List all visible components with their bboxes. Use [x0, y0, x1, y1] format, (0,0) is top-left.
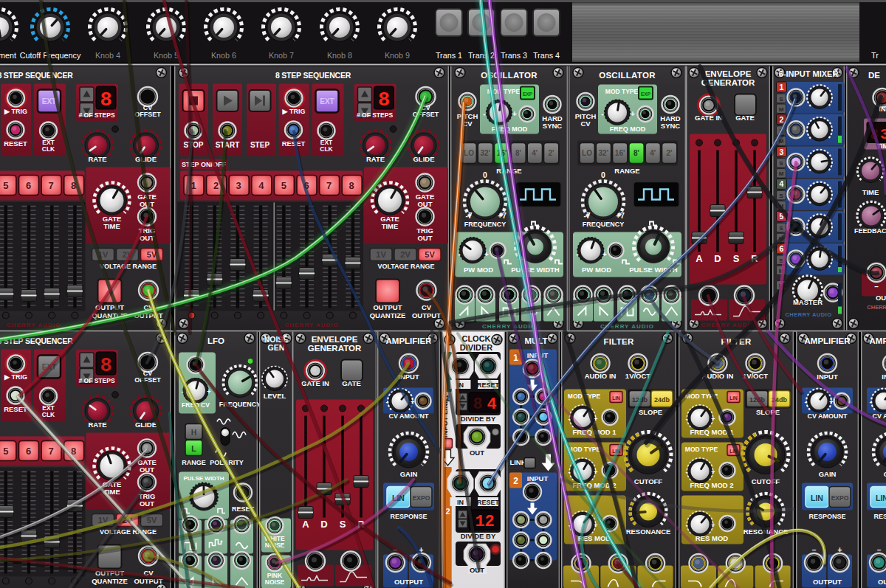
svg-text:GAIN: GAIN [400, 470, 418, 478]
svg-text:MOD TYPE: MOD TYPE [685, 446, 718, 453]
svg-text:OUT: OUT [470, 449, 484, 457]
svg-text:6: 6 [26, 180, 31, 191]
svg-text:GATE IN: GATE IN [301, 379, 329, 387]
svg-text:S: S [779, 96, 783, 103]
svg-text:FILTER: FILTER [603, 337, 634, 346]
svg-text:OFFSET: OFFSET [134, 111, 161, 118]
svg-text:8': 8' [515, 149, 521, 157]
svg-text:INPUT: INPUT [527, 474, 549, 482]
svg-text:2: 2 [780, 115, 784, 124]
svg-text:-: - [458, 250, 460, 258]
svg-text:LIN: LIN [612, 395, 620, 401]
svg-text:2: 2 [213, 180, 219, 191]
svg-text:AMPLIFIER: AMPLIFIER [386, 336, 433, 345]
svg-text:AMPLIFIER: AMPLIFIER [805, 336, 851, 345]
svg-text:FEEDBACK: FEEDBACK [854, 227, 886, 235]
svg-text:ENVELOPE: ENVELOPE [312, 335, 358, 344]
svg-text:–: – [874, 283, 879, 291]
svg-text:RESPONSE: RESPONSE [808, 513, 845, 520]
svg-text:A: A [696, 253, 703, 264]
svg-text:M: M [779, 106, 784, 113]
svg-text:FREQUENCY: FREQUENCY [464, 221, 506, 228]
svg-text:OUT: OUT [140, 499, 154, 508]
svg-text:CHERRY AUDIO: CHERRY AUDIO [284, 322, 338, 328]
svg-text:RES MOD: RES MOD [696, 534, 728, 542]
svg-text:CLK: CLK [42, 145, 55, 153]
svg-text:-: - [386, 398, 388, 406]
svg-text:TIME: TIME [103, 222, 120, 230]
svg-text:EXP: EXP [523, 91, 533, 97]
svg-text:S: S [779, 160, 783, 167]
svg-text:S: S [340, 519, 346, 530]
svg-text:S: S [733, 253, 740, 264]
svg-text:-: - [686, 522, 688, 529]
svg-text:OUT: OUT [876, 294, 886, 302]
svg-text:EXT: EXT [42, 404, 55, 412]
svg-text:RESPONSE: RESPONSE [390, 513, 427, 520]
svg-text:8: 8 [473, 395, 482, 414]
svg-text:Trans 3: Trans 3 [501, 51, 527, 60]
svg-text:RATE: RATE [366, 155, 385, 163]
svg-text:D: D [714, 253, 721, 264]
svg-text:-: - [686, 415, 688, 423]
svg-text:24db: 24db [654, 396, 670, 404]
svg-text:RESPONSE: RESPONSE [873, 513, 886, 520]
svg-text:PW MOD: PW MOD [464, 266, 493, 274]
svg-text:TIME: TIME [862, 188, 879, 196]
svg-text:GATE: GATE [342, 379, 361, 387]
svg-text:CUTOFF: CUTOFF [752, 477, 780, 485]
svg-text:8': 8' [633, 149, 639, 157]
svg-text:7: 7 [326, 180, 332, 191]
svg-text:-: - [601, 110, 603, 118]
svg-text:-: - [686, 468, 688, 476]
svg-text:D: D [320, 519, 327, 530]
svg-text:CHERRY AUDIO: CHERRY AUDIO [785, 311, 831, 318]
svg-text:CUTOFF: CUTOFF [634, 477, 663, 485]
svg-text:▶ TRIG: ▶ TRIG [282, 108, 306, 115]
svg-text:CLOCK: CLOCK [461, 334, 490, 343]
svg-text:LO: LO [464, 149, 474, 157]
svg-text:5V: 5V [425, 250, 435, 259]
svg-text:-7: -7 [466, 212, 473, 220]
svg-text:0: 0 [483, 170, 487, 179]
svg-text:8: 8 [100, 355, 111, 377]
svg-text:M: M [779, 170, 784, 177]
svg-text:Knob 9: Knob 9 [385, 51, 410, 60]
svg-text:5: 5 [281, 180, 286, 191]
svg-text:2': 2' [549, 149, 554, 157]
svg-text:DIVIDE BY: DIVIDE BY [461, 415, 496, 423]
svg-text:5: 5 [3, 180, 8, 191]
svg-text:4': 4' [650, 149, 656, 157]
svg-text:CLK: CLK [320, 145, 333, 153]
svg-text:CV: CV [580, 120, 591, 128]
svg-text:4': 4' [532, 149, 538, 157]
svg-text:CV: CV [422, 303, 432, 311]
svg-text:LEVEL: LEVEL [264, 392, 286, 400]
svg-text:A: A [302, 519, 309, 530]
svg-text:+7: +7 [498, 212, 506, 220]
svg-text:2: 2 [513, 476, 518, 486]
svg-text:RATE: RATE [88, 155, 106, 163]
svg-text:Knob 7: Knob 7 [269, 51, 294, 60]
svg-text:PW MOD: PW MOD [582, 266, 611, 274]
svg-text:+: + [594, 468, 597, 476]
svg-text:+: + [602, 250, 607, 258]
svg-text:6: 6 [26, 446, 31, 457]
svg-text:EXT: EXT [42, 97, 56, 106]
svg-text:RANGE: RANGE [182, 459, 206, 466]
svg-text:PULSE WIDTH: PULSE WIDTH [183, 475, 224, 482]
svg-text:EXT: EXT [320, 139, 333, 146]
svg-text:SYNC: SYNC [543, 122, 563, 130]
svg-text:GATE: GATE [416, 193, 435, 201]
svg-text:+: + [484, 250, 489, 258]
svg-text:GLIDE: GLIDE [413, 155, 434, 163]
svg-text:FREQ MOD 2: FREQ MOD 2 [690, 481, 733, 489]
svg-text:6-INPUT MIXER: 6-INPUT MIXER [779, 69, 839, 78]
svg-text:8 STEP SEQUENCER: 8 STEP SEQUENCER [0, 71, 73, 80]
svg-text:LFO: LFO [207, 336, 224, 345]
svg-text:OFFSET: OFFSET [134, 376, 161, 384]
svg-text:GAIN: GAIN [819, 470, 837, 478]
svg-text:Knob 8: Knob 8 [327, 51, 352, 60]
svg-text:4: 4 [780, 179, 784, 188]
svg-text:# OF STEPS: # OF STEPS [78, 377, 114, 384]
